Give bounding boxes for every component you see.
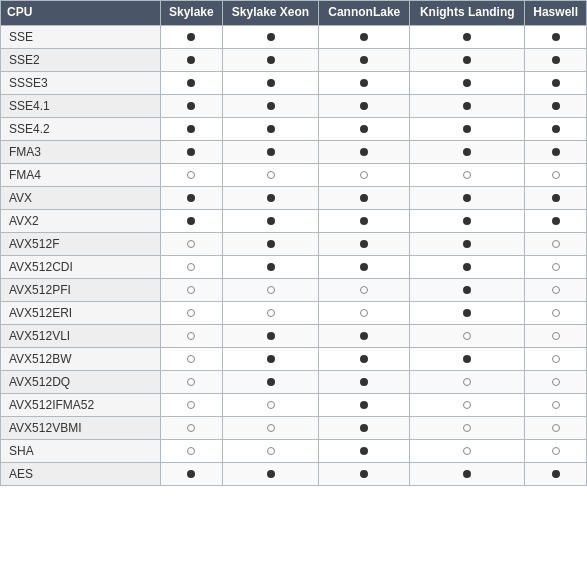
dot-empty-icon: [267, 401, 275, 409]
feature-cell-skylakexeon: [222, 209, 319, 232]
dot-empty-icon: [187, 309, 195, 317]
dot-filled-icon: [360, 447, 368, 455]
dot-filled-icon: [463, 148, 471, 156]
table-row: SSE4.2: [1, 117, 587, 140]
dot-filled-icon: [267, 33, 275, 41]
table-row: FMA3: [1, 140, 587, 163]
feature-cell-cannonlake: [319, 462, 410, 485]
dot-filled-icon: [463, 355, 471, 363]
dot-filled-icon: [360, 355, 368, 363]
feature-cell-skylakexeon: [222, 255, 319, 278]
table-row: AVX: [1, 186, 587, 209]
feature-cell-skylakexeon: [222, 48, 319, 71]
feature-cell-knightslanding: [410, 347, 525, 370]
cpu-name-cell: SSE: [1, 25, 161, 48]
feature-cell-haswell: [525, 255, 587, 278]
table-row: AVX512PFI: [1, 278, 587, 301]
table-row: SSE4.1: [1, 94, 587, 117]
table-row: AES: [1, 462, 587, 485]
feature-cell-knightslanding: [410, 71, 525, 94]
cpu-name-cell: AVX512VLI: [1, 324, 161, 347]
feature-cell-knightslanding: [410, 25, 525, 48]
dot-filled-icon: [187, 470, 195, 478]
feature-cell-knightslanding: [410, 232, 525, 255]
cpu-name-cell: SSE4.2: [1, 117, 161, 140]
feature-cell-cannonlake: [319, 209, 410, 232]
dot-filled-icon: [187, 194, 195, 202]
dot-filled-icon: [463, 240, 471, 248]
feature-cell-haswell: [525, 347, 587, 370]
dot-filled-icon: [360, 56, 368, 64]
table-row: SSE: [1, 25, 587, 48]
feature-cell-knightslanding: [410, 370, 525, 393]
feature-cell-knightslanding: [410, 301, 525, 324]
cpu-name-cell: AVX512PFI: [1, 278, 161, 301]
feature-cell-skylakexeon: [222, 462, 319, 485]
col-header-cpu: CPU: [1, 1, 161, 26]
dot-empty-icon: [463, 171, 471, 179]
feature-cell-skylake: [161, 439, 223, 462]
table-row: AVX512VBMI: [1, 416, 587, 439]
dot-filled-icon: [463, 56, 471, 64]
dot-filled-icon: [552, 470, 560, 478]
table-row: AVX512F: [1, 232, 587, 255]
feature-cell-haswell: [525, 186, 587, 209]
col-header-cannonlake: CannonLake: [319, 1, 410, 26]
feature-cell-cannonlake: [319, 163, 410, 186]
feature-cell-haswell: [525, 232, 587, 255]
dot-empty-icon: [267, 309, 275, 317]
feature-cell-haswell: [525, 140, 587, 163]
feature-cell-skylakexeon: [222, 117, 319, 140]
feature-cell-cannonlake: [319, 347, 410, 370]
table-row: AVX512IFMA52: [1, 393, 587, 416]
dot-filled-icon: [267, 194, 275, 202]
feature-cell-knightslanding: [410, 278, 525, 301]
dot-empty-icon: [463, 401, 471, 409]
dot-filled-icon: [267, 332, 275, 340]
cpu-name-cell: AVX512BW: [1, 347, 161, 370]
dot-empty-icon: [552, 332, 560, 340]
dot-filled-icon: [463, 194, 471, 202]
cpu-name-cell: SSE2: [1, 48, 161, 71]
dot-filled-icon: [552, 125, 560, 133]
feature-cell-skylakexeon: [222, 301, 319, 324]
dot-empty-icon: [267, 171, 275, 179]
dot-filled-icon: [463, 102, 471, 110]
cpu-name-cell: AVX512IFMA52: [1, 393, 161, 416]
col-header-skylake: Skylake: [161, 1, 223, 26]
dot-empty-icon: [267, 447, 275, 455]
feature-cell-skylake: [161, 393, 223, 416]
feature-cell-knightslanding: [410, 439, 525, 462]
dot-filled-icon: [552, 148, 560, 156]
dot-filled-icon: [463, 217, 471, 225]
table-row: AVX2: [1, 209, 587, 232]
dot-filled-icon: [267, 217, 275, 225]
dot-filled-icon: [463, 309, 471, 317]
dot-empty-icon: [552, 240, 560, 248]
feature-cell-knightslanding: [410, 462, 525, 485]
cpu-name-cell: SSE4.1: [1, 94, 161, 117]
feature-cell-skylakexeon: [222, 416, 319, 439]
feature-cell-haswell: [525, 163, 587, 186]
feature-cell-cannonlake: [319, 393, 410, 416]
dot-empty-icon: [463, 332, 471, 340]
feature-cell-knightslanding: [410, 186, 525, 209]
cpu-name-cell: AVX512CDI: [1, 255, 161, 278]
feature-cell-skylakexeon: [222, 393, 319, 416]
dot-filled-icon: [463, 286, 471, 294]
cpu-name-cell: SSSE3: [1, 71, 161, 94]
feature-cell-skylakexeon: [222, 186, 319, 209]
dot-empty-icon: [187, 240, 195, 248]
feature-cell-haswell: [525, 370, 587, 393]
dot-filled-icon: [360, 125, 368, 133]
feature-cell-cannonlake: [319, 186, 410, 209]
table-row: SSSE3: [1, 71, 587, 94]
dot-filled-icon: [552, 217, 560, 225]
feature-cell-haswell: [525, 462, 587, 485]
feature-cell-cannonlake: [319, 94, 410, 117]
dot-empty-icon: [552, 401, 560, 409]
feature-cell-cannonlake: [319, 25, 410, 48]
cpu-name-cell: AVX512DQ: [1, 370, 161, 393]
dot-filled-icon: [267, 102, 275, 110]
feature-cell-skylake: [161, 324, 223, 347]
